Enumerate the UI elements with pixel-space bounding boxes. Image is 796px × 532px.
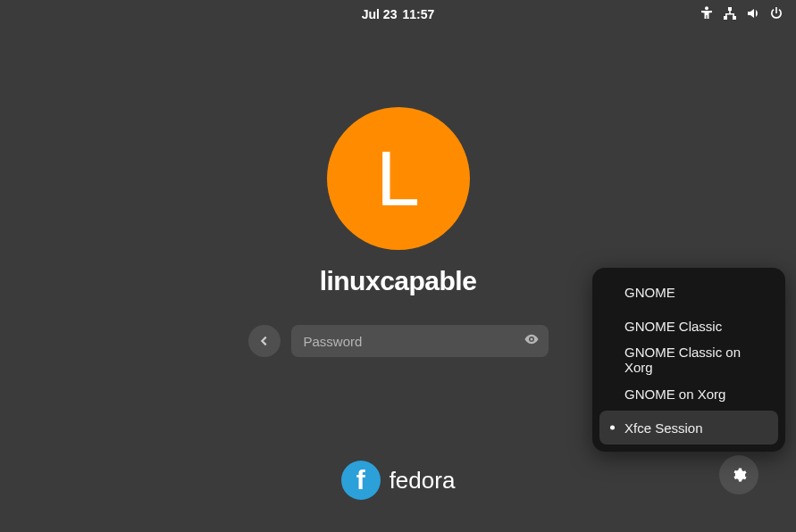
session-item-gnome[interactable]: GNOME [599, 275, 778, 309]
clock-time[interactable]: 11:57 [402, 7, 434, 21]
svg-rect-3 [733, 16, 736, 20]
svg-point-0 [705, 6, 708, 10]
session-item-gnome-classic-xorg[interactable]: GNOME Classic on Xorg [599, 343, 778, 377]
session-item-gnome-classic[interactable]: GNOME Classic [599, 309, 778, 343]
password-row [248, 325, 549, 357]
chevron-left-icon [258, 335, 271, 347]
svg-rect-2 [724, 16, 727, 20]
session-item-xfce[interactable]: Xfce Session [599, 411, 778, 445]
gear-icon [731, 467, 747, 483]
topbar: Jul 23 11:57 [0, 0, 796, 29]
back-button[interactable] [248, 325, 281, 357]
svg-rect-1 [728, 7, 732, 11]
clock-date[interactable]: Jul 23 [362, 7, 398, 21]
power-icon[interactable] [769, 6, 783, 23]
distro-name: fedora [390, 467, 456, 495]
session-menu[interactable]: GNOME GNOME Classic GNOME Classic on Xor… [592, 268, 785, 452]
volume-icon[interactable] [746, 6, 760, 23]
session-item-gnome-xorg[interactable]: GNOME on Xorg [599, 377, 778, 411]
status-area[interactable] [700, 0, 783, 29]
avatar-initial: L [376, 139, 420, 218]
avatar: L [327, 107, 470, 250]
accessibility-icon[interactable] [700, 6, 714, 23]
branding: f fedora [0, 461, 796, 500]
network-icon[interactable] [723, 6, 737, 23]
eye-icon [524, 331, 540, 347]
session-chooser-button[interactable] [719, 455, 758, 495]
password-field-wrapper [291, 325, 549, 357]
password-input[interactable] [304, 334, 524, 349]
username-label: linuxcapable [320, 266, 477, 296]
fedora-logo-icon: f [341, 461, 381, 500]
reveal-password-button[interactable] [524, 331, 540, 351]
